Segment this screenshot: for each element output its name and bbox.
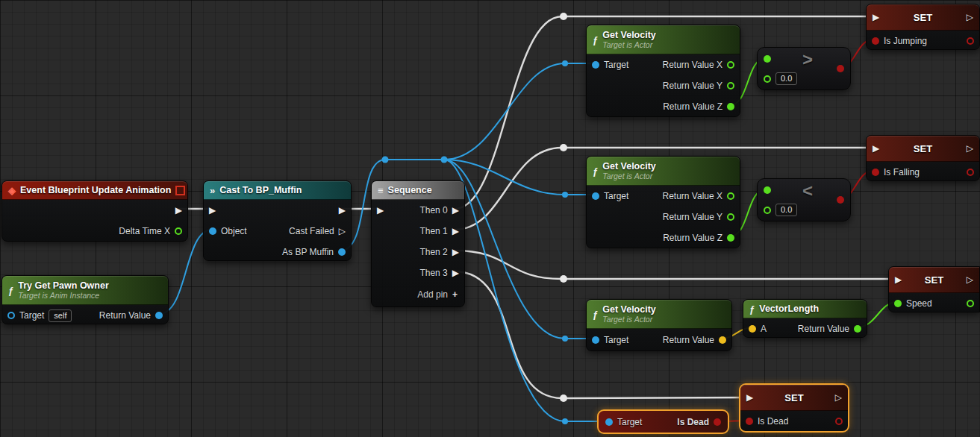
- exec-out-pin[interactable]: ▷: [967, 275, 973, 284]
- target-pin[interactable]: [605, 418, 613, 426]
- return-z-pin[interactable]: [727, 103, 734, 110]
- get-is-dead-node[interactable]: Target Is Dead: [597, 409, 729, 434]
- is-falling-pin[interactable]: [872, 169, 879, 176]
- node-header[interactable]: ƒ Get Velocity Target is Actor: [587, 25, 740, 54]
- cast-failed-exec-pin[interactable]: ▷: [339, 227, 346, 236]
- speed-pin[interactable]: [894, 300, 902, 307]
- exec-in-pin[interactable]: ▶: [873, 13, 879, 22]
- return-x-pin[interactable]: [727, 192, 734, 200]
- compare-input-b-pin[interactable]: [764, 75, 771, 83]
- exec-out-pin[interactable]: ▷: [835, 393, 842, 402]
- reroute-exec-1[interactable]: [560, 13, 567, 20]
- is-dead-out-pin[interactable]: [714, 418, 721, 426]
- return-y-pin[interactable]: [727, 213, 734, 221]
- node-header[interactable]: ▶ SET ▷: [740, 385, 848, 411]
- compare-result-pin[interactable]: [837, 65, 844, 72]
- node-header[interactable]: ƒ Get Velocity Target is Actor: [587, 157, 740, 186]
- reroute-obj-4[interactable]: [562, 192, 568, 198]
- is-dead-out-pin[interactable]: [835, 418, 843, 425]
- pin-label: Delta Time X: [119, 226, 170, 236]
- greater-than-node[interactable]: > 0.0: [757, 47, 851, 90]
- return-z-pin[interactable]: [727, 234, 734, 242]
- then-1-exec-pin[interactable]: ▶: [452, 227, 459, 236]
- get-velocity-node-2[interactable]: ƒ Get Velocity Target is Actor Target Re…: [586, 156, 740, 248]
- is-jumping-pin[interactable]: [872, 37, 879, 45]
- target-pin[interactable]: [592, 336, 599, 344]
- exec-out-pin[interactable]: ▶: [175, 206, 182, 215]
- less-than-node[interactable]: < 0.0: [757, 178, 851, 221]
- self-value-box[interactable]: self: [49, 309, 72, 322]
- exec-out-pin[interactable]: ▷: [967, 144, 973, 153]
- exec-in-pin[interactable]: ▶: [746, 393, 753, 402]
- compare-value-input[interactable]: 0.0: [775, 204, 797, 216]
- sequence-node[interactable]: ≡ Sequence ▶ Then 0 ▶ Then 1 ▶ Then 2 ▶ …: [371, 180, 465, 307]
- exec-in-pin[interactable]: ▶: [895, 275, 902, 284]
- reroute-exec-3[interactable]: [560, 275, 567, 283]
- return-y-pin[interactable]: [727, 82, 734, 89]
- reroute-obj-3[interactable]: [562, 60, 568, 66]
- reroute-obj-2[interactable]: [441, 157, 448, 163]
- node-header[interactable]: ƒ Get Velocity Target is Actor: [587, 300, 731, 329]
- node-header[interactable]: ƒ VectorLength: [743, 300, 867, 318]
- compare-result-pin[interactable]: [837, 196, 844, 204]
- function-icon: ƒ: [749, 304, 755, 315]
- then-3-exec-pin[interactable]: ▶: [452, 268, 459, 277]
- is-falling-out-pin[interactable]: [967, 169, 974, 176]
- reroute-exec-2[interactable]: [560, 144, 567, 151]
- pin-label: Return Value Y: [663, 81, 722, 91]
- node-header[interactable]: ƒ Try Get Pawn Owner Target is Anim Inst…: [2, 276, 168, 305]
- set-speed-node[interactable]: ▶ SET ▷ Speed: [888, 266, 980, 312]
- is-dead-pin[interactable]: [746, 418, 753, 425]
- node-header[interactable]: ◈ Event Blueprint Update Animation: [2, 181, 187, 200]
- compare-value-input[interactable]: 0.0: [775, 72, 797, 85]
- pin-label: Return Value Z: [663, 101, 722, 112]
- node-header[interactable]: ≡ Sequence: [372, 181, 464, 200]
- exec-out-pin[interactable]: ▷: [967, 13, 973, 22]
- is-jumping-out-pin[interactable]: [967, 37, 974, 45]
- compare-input-a-pin[interactable]: [764, 55, 771, 63]
- event-blueprint-update-animation-node[interactable]: ◈ Event Blueprint Update Animation ▶ Del…: [1, 180, 188, 242]
- node-subtitle: Target is Anim Instance: [18, 291, 109, 300]
- return-value-pin[interactable]: [155, 312, 163, 319]
- target-pin[interactable]: [7, 312, 15, 319]
- graph-canvas[interactable]: ◈ Event Blueprint Update Animation ▶ Del…: [0, 0, 980, 437]
- set-label: SET: [902, 274, 967, 286]
- node-header[interactable]: ▶ SET ▷: [889, 267, 979, 293]
- set-is-dead-node[interactable]: ▶ SET ▷ Is Dead: [739, 383, 849, 433]
- then-0-exec-pin[interactable]: ▶: [452, 206, 459, 215]
- function-icon: ƒ: [593, 166, 598, 177]
- try-get-pawn-owner-node[interactable]: ƒ Try Get Pawn Owner Target is Anim Inst…: [1, 275, 169, 324]
- return-value-pin[interactable]: [854, 325, 861, 333]
- node-header[interactable]: ▶ SET ▷: [867, 4, 979, 31]
- compare-input-b-pin[interactable]: [764, 207, 771, 214]
- as-bp-muffin-pin[interactable]: [338, 248, 346, 256]
- set-is-jumping-node[interactable]: ▶ SET ▷ Is Jumping: [866, 4, 980, 50]
- exec-out-pin[interactable]: ▶: [339, 206, 346, 215]
- return-value-pin[interactable]: [719, 336, 726, 344]
- add-pin-button[interactable]: Add pin +: [372, 283, 464, 306]
- speed-out-pin[interactable]: [967, 300, 974, 307]
- object-pin[interactable]: [209, 227, 216, 235]
- reroute-obj-6[interactable]: [562, 418, 568, 424]
- get-velocity-node-3[interactable]: ƒ Get Velocity Target is Actor Target Re…: [586, 299, 732, 351]
- node-header[interactable]: ▶ SET ▷: [867, 136, 979, 162]
- then-2-exec-pin[interactable]: ▶: [452, 248, 459, 257]
- target-pin[interactable]: [592, 192, 599, 200]
- set-is-falling-node[interactable]: ▶ SET ▷ Is Falling: [866, 135, 980, 181]
- a-pin[interactable]: [749, 325, 756, 333]
- exec-in-pin[interactable]: ▶: [873, 144, 879, 153]
- exec-in-pin[interactable]: ▶: [377, 206, 384, 215]
- get-velocity-node-1[interactable]: ƒ Get Velocity Target is Actor Target Re…: [586, 25, 740, 117]
- exec-in-pin[interactable]: ▶: [209, 206, 216, 215]
- reroute-obj-5[interactable]: [562, 336, 568, 342]
- reroute-obj-1[interactable]: [382, 157, 389, 163]
- compare-input-a-pin[interactable]: [764, 186, 771, 194]
- vector-length-node[interactable]: ƒ VectorLength A Return Value: [743, 299, 867, 338]
- node-title: Event Blueprint Update Animation: [20, 185, 171, 195]
- reroute-exec-4[interactable]: [560, 394, 567, 402]
- delta-time-pin[interactable]: [175, 227, 182, 235]
- return-x-pin[interactable]: [727, 61, 734, 69]
- cast-to-bp-muffin-node[interactable]: » Cast To BP_Muffin ▶ ▶ Object Cast Fail…: [203, 180, 352, 261]
- target-pin[interactable]: [592, 61, 599, 69]
- node-header[interactable]: » Cast To BP_Muffin: [204, 181, 351, 200]
